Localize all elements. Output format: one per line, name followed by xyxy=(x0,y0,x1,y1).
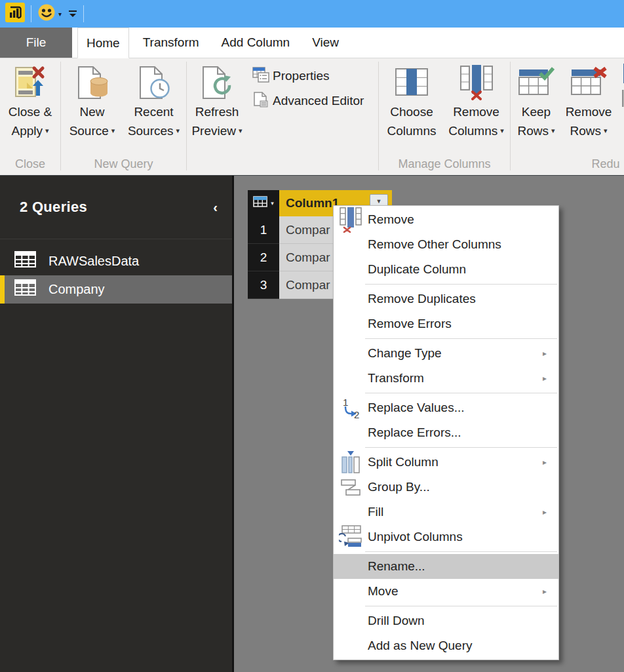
customize-quick-access-icon xyxy=(68,10,77,18)
menu-separator xyxy=(334,336,558,341)
menu-item-fill[interactable]: Fill ▸ xyxy=(334,500,558,524)
remove-rows-icon xyxy=(570,63,607,102)
remove-rows-button[interactable]: Remove Rows▾ xyxy=(562,58,615,155)
submenu-arrow-icon: ▸ xyxy=(543,349,558,358)
ribbon: Close & Apply▾ Close New Source▾ xyxy=(0,58,624,176)
new-source-icon xyxy=(75,63,109,102)
tab-file[interactable]: File xyxy=(0,28,72,58)
titlebar-separator xyxy=(31,5,31,22)
replace-values-icon: 1 2 xyxy=(334,397,368,419)
table-select-all-button[interactable]: ▾ xyxy=(248,190,279,216)
table-icon xyxy=(14,251,37,271)
menu-item-replace-values[interactable]: 1 2 Replace Values... xyxy=(334,395,558,420)
menu-item-label: Remove xyxy=(368,212,558,227)
tab-transform[interactable]: Transform xyxy=(134,28,208,58)
button-label: Refresh xyxy=(195,102,239,121)
menu-item-label: Split Column xyxy=(368,455,543,469)
group-label-reduce-rows: Redu xyxy=(511,155,624,175)
tab-home[interactable]: Home xyxy=(77,28,129,58)
ribbon-tab-bar: File Home Transform Add Column View xyxy=(0,28,624,58)
clipped-column-icon xyxy=(619,64,624,83)
menu-item-remove[interactable]: Remove xyxy=(334,207,558,232)
button-label: Keep xyxy=(522,102,551,121)
menu-item-split-column[interactable]: Split Column ▸ xyxy=(334,450,558,475)
menu-item-transform[interactable]: Transform ▸ xyxy=(334,366,558,391)
button-label: Advanced Editor xyxy=(273,94,364,108)
refresh-preview-icon xyxy=(200,63,234,102)
split-column-icon xyxy=(334,450,368,474)
menu-item-remove-duplicates[interactable]: Remove Duplicates xyxy=(334,287,558,311)
button-label: Rows xyxy=(517,124,549,138)
customize-quick-access-button[interactable] xyxy=(68,10,77,18)
button-label: Sources xyxy=(128,124,174,138)
button-label: Apply xyxy=(11,124,43,138)
group-label-empty xyxy=(187,155,378,175)
remove-columns-button[interactable]: Remove Columns▾ xyxy=(444,58,509,155)
menu-item-change-type[interactable]: Change Type ▸ xyxy=(334,341,558,366)
filter-caret-icon: ▼ xyxy=(376,198,382,205)
quick-access-smiley-button[interactable]: ▾ xyxy=(37,3,62,24)
row-number[interactable]: 1 xyxy=(248,216,279,244)
recent-sources-icon xyxy=(137,63,171,102)
menu-item-replace-errors[interactable]: Replace Errors... xyxy=(334,420,558,445)
menu-item-group-by[interactable]: Group By... xyxy=(334,475,558,500)
row-number[interactable]: 3 xyxy=(248,271,279,299)
advanced-editor-button[interactable]: Advanced Editor xyxy=(250,89,366,113)
queries-pane-header: 2 Queries ‹ xyxy=(0,176,232,239)
menu-item-add-as-new-query[interactable]: Add as New Query xyxy=(334,633,558,658)
button-label: Close & xyxy=(9,102,52,121)
dropdown-caret-icon: ▾ xyxy=(45,127,49,135)
query-item-label: RAWSalesData xyxy=(49,254,139,269)
menu-item-label: Unpivot Columns xyxy=(368,530,558,544)
row-number[interactable]: 2 xyxy=(248,244,279,271)
choose-columns-icon xyxy=(395,63,429,102)
menu-separator xyxy=(334,604,558,608)
remove-columns-icon xyxy=(459,63,494,102)
collapse-pane-icon[interactable]: ‹ xyxy=(213,200,218,215)
remove-column-icon xyxy=(334,207,368,233)
menu-separator xyxy=(334,549,558,554)
ribbon-group-manage-columns: Choose Columns Remove xyxy=(379,58,510,175)
choose-columns-button[interactable]: Choose Columns xyxy=(380,58,444,155)
menu-item-label: Change Type xyxy=(368,346,543,361)
menu-item-label: Add as New Query xyxy=(368,639,558,653)
menu-item-move[interactable]: Move ▸ xyxy=(334,579,558,604)
close-and-apply-button[interactable]: Close & Apply▾ xyxy=(9,58,52,155)
properties-button[interactable]: Properties xyxy=(250,64,366,89)
menu-item-drill-down[interactable]: Drill Down xyxy=(334,608,558,633)
query-item-company[interactable]: Company xyxy=(0,275,232,304)
queries-pane: 2 Queries ‹ RAWSalesData xyxy=(0,176,234,672)
group-label-manage-columns: Manage Columns xyxy=(379,155,510,175)
menu-separator xyxy=(334,391,558,395)
recent-sources-button[interactable]: Recent Sources▾ xyxy=(123,58,185,155)
tab-add-column[interactable]: Add Column xyxy=(213,28,299,58)
menu-item-remove-errors[interactable]: Remove Errors xyxy=(334,311,558,336)
tab-view[interactable]: View xyxy=(303,28,347,58)
query-item-rawsalesdata[interactable]: RAWSalesData xyxy=(0,247,232,275)
button-label: Remove xyxy=(453,102,499,121)
menu-item-label: Remove Errors xyxy=(368,317,558,331)
button-label: Properties xyxy=(273,69,330,83)
menu-item-unpivot-columns[interactable]: Unpivot Columns xyxy=(334,524,558,549)
new-source-button[interactable]: New Source▾ xyxy=(62,58,123,155)
clipped-flag-icon xyxy=(619,89,624,108)
keep-rows-button[interactable]: Keep Rows▾ xyxy=(511,58,562,155)
clipped-ribbon-buttons xyxy=(619,58,624,155)
button-label: New xyxy=(79,102,104,121)
advanced-editor-icon xyxy=(252,92,269,111)
menu-item-duplicate-column[interactable]: Duplicate Column xyxy=(334,257,558,282)
menu-item-label: Remove Other Columns xyxy=(368,237,558,252)
button-label: Rows xyxy=(570,124,601,138)
menu-item-remove-other-columns[interactable]: Remove Other Columns xyxy=(334,232,558,257)
menu-item-label: Fill xyxy=(368,505,543,519)
refresh-preview-button[interactable]: Refresh Preview▾ xyxy=(187,58,247,155)
ribbon-group-close: Close & Apply▾ Close xyxy=(0,58,60,175)
powerbi-logo-icon xyxy=(5,3,25,25)
smiley-dropdown-caret-icon[interactable]: ▾ xyxy=(58,10,62,18)
column-header-label: Column1 xyxy=(286,196,339,210)
group-by-icon xyxy=(334,478,368,496)
svg-text:2: 2 xyxy=(354,409,359,419)
button-label: Source xyxy=(69,124,109,138)
menu-item-rename[interactable]: Rename... xyxy=(334,554,558,579)
button-label: Recent xyxy=(134,102,173,121)
